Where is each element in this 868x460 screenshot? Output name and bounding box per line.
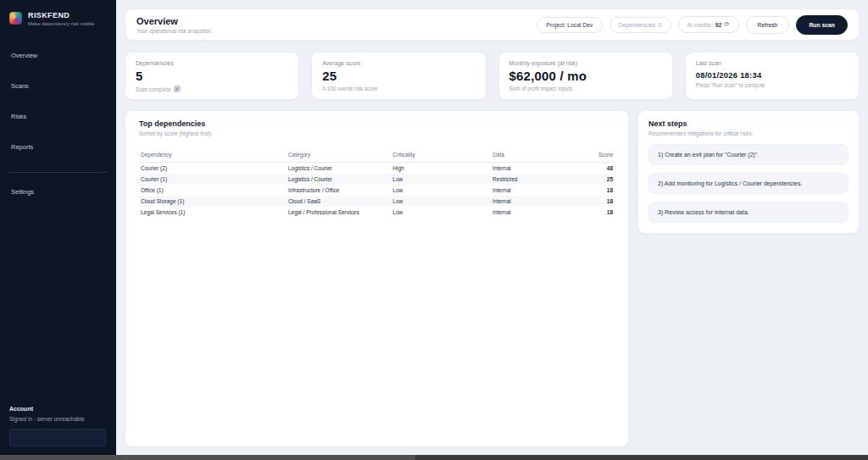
- stat-label: Average score: [322, 60, 475, 66]
- top-dependencies-card: Top dependencies Sorted by score (highes…: [125, 110, 629, 447]
- top-dependencies-title: Top dependencies: [139, 119, 615, 128]
- cell-category: Legal / Professional Services: [287, 207, 391, 218]
- column-header-data: Data: [491, 148, 576, 163]
- table-header-row: Dependency Category Criticality Data Sco…: [139, 148, 615, 163]
- column-header-criticality: Criticality: [391, 148, 491, 163]
- cell-score: 18: [576, 185, 615, 196]
- account-section: Account Signed in - server unreachable: [9, 406, 107, 452]
- cell-category: Logistics / Courier: [287, 163, 391, 175]
- brand-tagline: Make dependency risk visible: [28, 21, 94, 26]
- stat-label: Dependencies: [136, 60, 288, 66]
- cell-data: Internal: [491, 163, 576, 175]
- stat-value: 25: [322, 69, 475, 83]
- column-header-category: Category: [287, 148, 391, 163]
- main-content: Overview Your operational risk snapshot.…: [116, 0, 868, 460]
- cell-category: Infrastructure / Office: [287, 185, 391, 196]
- cell-data: Internal: [491, 196, 576, 207]
- next-steps-card: Next steps Recommended mitigations for c…: [637, 110, 860, 234]
- cell-score: 25: [576, 174, 615, 185]
- content-row: Top dependencies Sorted by score (highes…: [125, 110, 860, 447]
- table-row: Legal Services (1) Legal / Professional …: [139, 207, 615, 218]
- refresh-credits-icon: ⟳: [724, 21, 729, 28]
- stat-card-last-scan: Last scan 08/01/2026 18:34 Press "Run sc…: [685, 52, 860, 100]
- scrollbar-thumb[interactable]: [0, 455, 415, 460]
- sidebar-item-overview[interactable]: Overview: [9, 47, 107, 64]
- cell-data: Restricted: [491, 174, 576, 185]
- page-header: Overview Your operational risk snapshot.…: [125, 8, 860, 41]
- table-row: Courier (1) Logistics / Courier Low Rest…: [139, 174, 615, 185]
- column-header-dependency: Dependency: [139, 148, 287, 163]
- stat-label: Last scan: [696, 60, 849, 66]
- horizontal-scrollbar[interactable]: [0, 455, 868, 460]
- dependencies-chip[interactable]: Dependencies: 0: [609, 17, 671, 33]
- cell-dependency: Office (1): [139, 185, 287, 196]
- cell-criticality: High: [391, 163, 491, 175]
- stat-value: 5: [136, 69, 288, 83]
- cell-category: Logistics / Courier: [287, 174, 391, 185]
- cell-data: Internal: [491, 185, 576, 196]
- ai-credits-value: 92: [715, 22, 722, 28]
- cell-criticality: Low: [391, 207, 491, 218]
- header-actions: Project: Local Dev Dependencies: 0 AI cr…: [537, 15, 848, 35]
- cell-score: 18: [576, 207, 615, 218]
- stat-value: $62,000 / mo: [509, 69, 662, 83]
- cell-criticality: Low: [391, 196, 491, 207]
- scan-complete-check-icon: ✓: [174, 86, 181, 92]
- next-step-item: 3) Review access for Internal data.: [648, 202, 849, 223]
- column-header-score: Score: [576, 148, 615, 163]
- sidebar-item-scans[interactable]: Scans: [9, 77, 107, 95]
- stat-foot: Press "Run scan" to compute: [696, 82, 849, 88]
- stat-foot: 0-100 overall risk score: [322, 86, 475, 91]
- table-row: Cloud Storage (1) Cloud / SaaS Low Inter…: [139, 196, 615, 207]
- cell-score: 18: [576, 196, 615, 207]
- sidebar-item-risks[interactable]: Risks: [9, 108, 107, 125]
- account-title: Account: [9, 406, 107, 412]
- cell-score: 48: [576, 163, 615, 175]
- next-steps-title: Next steps: [648, 119, 849, 128]
- riskfend-logo-icon: [9, 12, 22, 25]
- stat-value: 08/01/2026 18:34: [696, 70, 849, 80]
- cell-criticality: Low: [391, 185, 491, 196]
- stat-foot: Scan complete: [136, 86, 171, 92]
- ai-credits-chip[interactable]: AI credits: 92 ⟳: [678, 16, 739, 33]
- stat-label: Monthly exposure (at risk): [509, 60, 662, 66]
- sidebar-nav: Overview Scans Risks Reports Settings: [9, 47, 107, 213]
- brand-name: RISKFEND: [28, 11, 94, 19]
- ai-credits-label: AI credits:: [687, 22, 713, 28]
- stats-row: Dependencies 5 Scan complete ✓ Average s…: [125, 52, 860, 100]
- stat-card-monthly-exposure: Monthly exposure (at risk) $62,000 / mo …: [498, 52, 673, 100]
- cell-dependency: Courier (1): [139, 174, 287, 185]
- next-step-item: 2) Add monitoring for Logistics / Courie…: [648, 173, 849, 194]
- next-steps-subtitle: Recommended mitigations for critical ris…: [648, 130, 849, 136]
- refresh-button[interactable]: Refresh: [746, 16, 790, 34]
- sidebar: RISKFEND Make dependency risk visible Ov…: [0, 0, 116, 460]
- cell-dependency: Courier (2): [139, 163, 287, 175]
- cell-data: Internal: [491, 207, 576, 218]
- sidebar-item-reports[interactable]: Reports: [9, 138, 107, 156]
- run-scan-button[interactable]: Run scan: [796, 15, 848, 35]
- cell-dependency: Legal Services (1): [139, 207, 287, 218]
- stat-card-average-score: Average score 25 0-100 overall risk scor…: [311, 52, 486, 100]
- sidebar-item-settings[interactable]: Settings: [9, 183, 107, 201]
- project-chip[interactable]: Project: Local Dev: [537, 17, 602, 33]
- account-input[interactable]: [9, 429, 106, 446]
- brand: RISKFEND Make dependency risk visible: [9, 11, 107, 26]
- cell-dependency: Cloud Storage (1): [139, 196, 287, 207]
- page-subtitle: Your operational risk snapshot.: [136, 28, 212, 34]
- dependencies-table: Dependency Category Criticality Data Sco…: [139, 148, 615, 218]
- page-title: Overview: [136, 16, 212, 26]
- next-step-item: 1) Create an exit plan for "Courier (2)"…: [648, 144, 849, 165]
- stat-card-dependencies: Dependencies 5 Scan complete ✓: [125, 52, 299, 100]
- stat-foot: Sum of profit impact inputs: [509, 86, 662, 91]
- nav-divider: [9, 172, 107, 173]
- cell-criticality: Low: [391, 174, 491, 185]
- table-row: Office (1) Infrastructure / Office Low I…: [139, 185, 615, 196]
- table-row: Courier (2) Logistics / Courier High Int…: [139, 163, 615, 175]
- account-status: Signed in - server unreachable: [9, 416, 107, 422]
- cell-category: Cloud / SaaS: [287, 196, 391, 207]
- top-dependencies-subtitle: Sorted by score (highest first).: [139, 130, 615, 136]
